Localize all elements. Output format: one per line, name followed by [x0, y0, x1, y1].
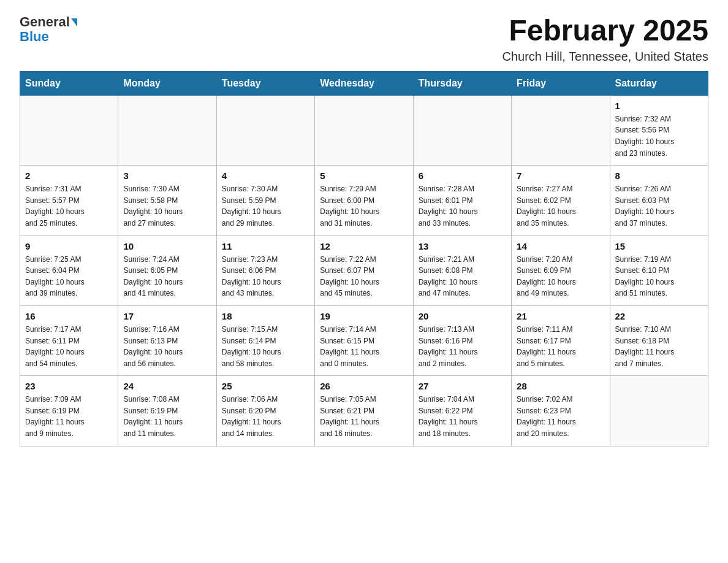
calendar-day-cell: 27Sunrise: 7:04 AM Sunset: 6:22 PM Dayli… [413, 376, 511, 446]
calendar-week-row: 16Sunrise: 7:17 AM Sunset: 6:11 PM Dayli… [20, 305, 708, 375]
day-number: 24 [123, 381, 211, 391]
calendar-day-cell: 22Sunrise: 7:10 AM Sunset: 6:18 PM Dayli… [610, 305, 708, 375]
day-number: 14 [517, 241, 604, 251]
calendar-day-cell [118, 95, 216, 165]
title-block: February 2025 Church Hill, Tennessee, Un… [502, 15, 708, 64]
calendar-day-cell: 1Sunrise: 7:32 AM Sunset: 5:56 PM Daylig… [610, 95, 708, 165]
calendar-week-row: 9Sunrise: 7:25 AM Sunset: 6:04 PM Daylig… [20, 236, 708, 305]
day-number: 4 [222, 170, 309, 181]
calendar-day-cell: 19Sunrise: 7:14 AM Sunset: 6:15 PM Dayli… [315, 305, 413, 375]
day-info: Sunrise: 7:02 AM Sunset: 6:23 PM Dayligh… [517, 394, 604, 439]
calendar-day-cell: 13Sunrise: 7:21 AM Sunset: 6:08 PM Dayli… [413, 236, 511, 305]
calendar-day-cell: 11Sunrise: 7:23 AM Sunset: 6:06 PM Dayli… [216, 236, 314, 305]
day-info: Sunrise: 7:13 AM Sunset: 6:16 PM Dayligh… [419, 324, 506, 369]
calendar-week-row: 1Sunrise: 7:32 AM Sunset: 5:56 PM Daylig… [20, 95, 708, 165]
day-info: Sunrise: 7:09 AM Sunset: 6:19 PM Dayligh… [25, 394, 113, 439]
day-number: 23 [25, 381, 113, 391]
day-info: Sunrise: 7:31 AM Sunset: 5:57 PM Dayligh… [25, 183, 113, 229]
calendar-day-cell: 20Sunrise: 7:13 AM Sunset: 6:16 PM Dayli… [413, 305, 511, 375]
day-number: 22 [615, 311, 703, 321]
day-number: 3 [123, 170, 211, 181]
logo-arrow-icon [71, 18, 77, 26]
day-info: Sunrise: 7:24 AM Sunset: 6:05 PM Dayligh… [123, 254, 211, 299]
day-number: 13 [419, 241, 506, 251]
weekday-header-wednesday: Wednesday [315, 71, 413, 95]
day-info: Sunrise: 7:28 AM Sunset: 6:01 PM Dayligh… [419, 183, 506, 229]
calendar-day-cell [216, 95, 314, 165]
logo-general-text: General [20, 15, 70, 29]
day-info: Sunrise: 7:22 AM Sunset: 6:07 PM Dayligh… [320, 254, 408, 299]
day-number: 28 [517, 381, 604, 391]
calendar-day-cell: 26Sunrise: 7:05 AM Sunset: 6:21 PM Dayli… [315, 376, 413, 446]
day-info: Sunrise: 7:15 AM Sunset: 6:14 PM Dayligh… [222, 324, 309, 369]
day-info: Sunrise: 7:32 AM Sunset: 5:56 PM Dayligh… [615, 113, 703, 159]
day-number: 6 [419, 170, 506, 181]
day-number: 10 [123, 241, 211, 251]
day-info: Sunrise: 7:20 AM Sunset: 6:09 PM Dayligh… [517, 254, 604, 299]
day-info: Sunrise: 7:30 AM Sunset: 5:59 PM Dayligh… [222, 183, 309, 229]
calendar-day-cell [315, 95, 413, 165]
day-number: 11 [222, 241, 309, 251]
day-info: Sunrise: 7:25 AM Sunset: 6:04 PM Dayligh… [25, 254, 113, 299]
day-number: 18 [222, 311, 309, 321]
day-info: Sunrise: 7:17 AM Sunset: 6:11 PM Dayligh… [25, 324, 113, 369]
day-info: Sunrise: 7:29 AM Sunset: 6:00 PM Dayligh… [320, 183, 408, 229]
calendar-day-cell [413, 95, 511, 165]
weekday-header-saturday: Saturday [610, 71, 708, 95]
calendar-header: SundayMondayTuesdayWednesdayThursdayFrid… [20, 71, 708, 95]
day-number: 2 [25, 170, 113, 181]
day-number: 5 [320, 170, 408, 181]
day-number: 1 [615, 101, 703, 111]
logo-blue-text: Blue [20, 29, 49, 44]
calendar-day-cell: 28Sunrise: 7:02 AM Sunset: 6:23 PM Dayli… [512, 376, 610, 446]
calendar-day-cell: 17Sunrise: 7:16 AM Sunset: 6:13 PM Dayli… [118, 305, 216, 375]
calendar-day-cell: 2Sunrise: 7:31 AM Sunset: 5:57 PM Daylig… [20, 166, 118, 236]
calendar-day-cell: 10Sunrise: 7:24 AM Sunset: 6:05 PM Dayli… [118, 236, 216, 305]
day-info: Sunrise: 7:26 AM Sunset: 6:03 PM Dayligh… [615, 183, 703, 229]
calendar-day-cell: 8Sunrise: 7:26 AM Sunset: 6:03 PM Daylig… [610, 166, 708, 236]
day-number: 15 [615, 241, 703, 251]
day-info: Sunrise: 7:16 AM Sunset: 6:13 PM Dayligh… [123, 324, 211, 369]
day-number: 8 [615, 170, 703, 181]
calendar-day-cell: 12Sunrise: 7:22 AM Sunset: 6:07 PM Dayli… [315, 236, 413, 305]
calendar-week-row: 2Sunrise: 7:31 AM Sunset: 5:57 PM Daylig… [20, 166, 708, 236]
calendar-day-cell: 25Sunrise: 7:06 AM Sunset: 6:20 PM Dayli… [216, 376, 314, 446]
day-info: Sunrise: 7:05 AM Sunset: 6:21 PM Dayligh… [320, 394, 408, 439]
calendar-subtitle: Church Hill, Tennessee, United States [502, 50, 708, 64]
calendar-day-cell [610, 376, 708, 446]
calendar-day-cell: 3Sunrise: 7:30 AM Sunset: 5:58 PM Daylig… [118, 166, 216, 236]
day-number: 20 [419, 311, 506, 321]
day-number: 26 [320, 381, 408, 391]
day-number: 7 [517, 170, 604, 181]
day-number: 12 [320, 241, 408, 251]
calendar-day-cell: 5Sunrise: 7:29 AM Sunset: 6:00 PM Daylig… [315, 166, 413, 236]
weekday-header-sunday: Sunday [20, 71, 118, 95]
day-number: 16 [25, 311, 113, 321]
day-number: 9 [25, 241, 113, 251]
day-info: Sunrise: 7:06 AM Sunset: 6:20 PM Dayligh… [222, 394, 309, 439]
logo: General Blue [20, 15, 77, 44]
calendar-day-cell: 15Sunrise: 7:19 AM Sunset: 6:10 PM Dayli… [610, 236, 708, 305]
day-number: 21 [517, 311, 604, 321]
day-number: 25 [222, 381, 309, 391]
weekday-header-friday: Friday [512, 71, 610, 95]
calendar-day-cell: 24Sunrise: 7:08 AM Sunset: 6:19 PM Dayli… [118, 376, 216, 446]
calendar-day-cell [512, 95, 610, 165]
day-info: Sunrise: 7:11 AM Sunset: 6:17 PM Dayligh… [517, 324, 604, 369]
weekday-header-thursday: Thursday [413, 71, 511, 95]
day-info: Sunrise: 7:14 AM Sunset: 6:15 PM Dayligh… [320, 324, 408, 369]
calendar-day-cell: 14Sunrise: 7:20 AM Sunset: 6:09 PM Dayli… [512, 236, 610, 305]
calendar-day-cell: 21Sunrise: 7:11 AM Sunset: 6:17 PM Dayli… [512, 305, 610, 375]
day-info: Sunrise: 7:30 AM Sunset: 5:58 PM Dayligh… [123, 183, 211, 229]
day-info: Sunrise: 7:27 AM Sunset: 6:02 PM Dayligh… [517, 183, 604, 229]
calendar-title: February 2025 [502, 15, 708, 47]
day-info: Sunrise: 7:04 AM Sunset: 6:22 PM Dayligh… [419, 394, 506, 439]
calendar-body: 1Sunrise: 7:32 AM Sunset: 5:56 PM Daylig… [20, 95, 708, 446]
day-info: Sunrise: 7:23 AM Sunset: 6:06 PM Dayligh… [222, 254, 309, 299]
calendar-table: SundayMondayTuesdayWednesdayThursdayFrid… [20, 71, 708, 446]
day-number: 19 [320, 311, 408, 321]
calendar-day-cell: 18Sunrise: 7:15 AM Sunset: 6:14 PM Dayli… [216, 305, 314, 375]
weekday-header-monday: Monday [118, 71, 216, 95]
day-number: 27 [419, 381, 506, 391]
calendar-day-cell: 7Sunrise: 7:27 AM Sunset: 6:02 PM Daylig… [512, 166, 610, 236]
